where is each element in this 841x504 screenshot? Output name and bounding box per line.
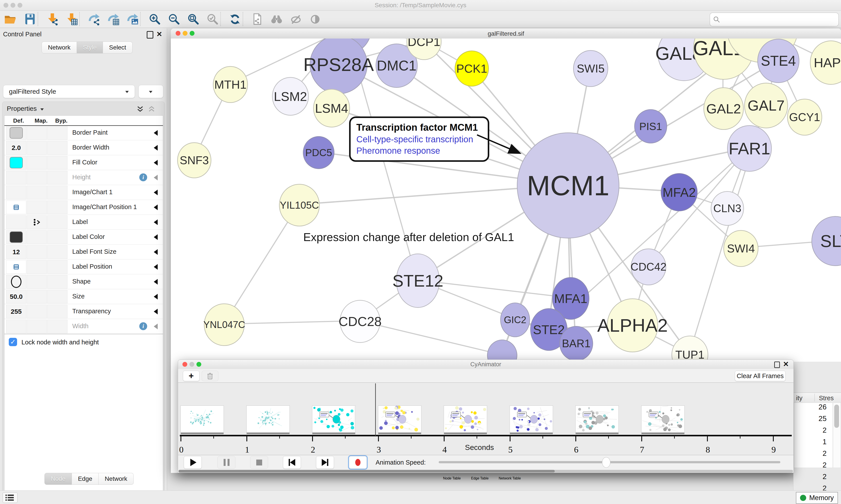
- import-table-icon[interactable]: [65, 13, 78, 26]
- property-row-width[interactable]: Widthi: [4, 319, 163, 334]
- expand-arrow-icon[interactable]: [154, 309, 158, 314]
- frame-thumbnail-5[interactable]: [509, 406, 553, 433]
- save-icon[interactable]: [23, 13, 37, 26]
- mapping-cell[interactable]: [27, 141, 47, 155]
- table-scrollbar[interactable]: [833, 403, 841, 468]
- network-node-swi5[interactable]: SWI5: [573, 50, 608, 87]
- expand-arrow-icon[interactable]: [154, 160, 158, 165]
- mapping-cell[interactable]: [27, 290, 47, 303]
- collapse-all-icon[interactable]: [147, 105, 156, 113]
- frame-thumbnail-4[interactable]: [444, 406, 487, 433]
- float-panel-icon[interactable]: [147, 31, 153, 38]
- table-tab-node-table[interactable]: Node Table: [443, 476, 471, 480]
- bypass-cell[interactable]: [47, 201, 68, 214]
- network-node-far1[interactable]: FAR1: [727, 125, 772, 172]
- expand-arrow-icon[interactable]: [154, 175, 158, 180]
- export-network-icon[interactable]: [87, 13, 101, 26]
- network-node-ste12[interactable]: STE12: [396, 254, 440, 308]
- network-node-ynl047c[interactable]: YNL047C: [204, 303, 245, 346]
- expand-arrow-icon[interactable]: [154, 279, 158, 285]
- panel-tab-network[interactable]: Network: [99, 473, 133, 485]
- default-value-cell[interactable]: 2.0: [6, 141, 26, 155]
- network-node-cdc42[interactable]: CDC42: [631, 249, 666, 285]
- default-value-cell[interactable]: [6, 126, 26, 140]
- bypass-cell[interactable]: [47, 230, 68, 244]
- table-row[interactable]: 26: [794, 403, 833, 414]
- property-row-label-position[interactable]: Label Position: [4, 259, 163, 274]
- property-row-fill-color[interactable]: Fill Color: [4, 155, 163, 170]
- close-panel-icon[interactable]: ✕: [783, 361, 789, 367]
- animation-speed-slider[interactable]: [439, 461, 780, 463]
- expand-arrow-icon[interactable]: [154, 204, 158, 210]
- network-node-yil105c[interactable]: YIL105C: [279, 184, 320, 227]
- bypass-cell[interactable]: [47, 245, 68, 259]
- default-value-cell[interactable]: [6, 171, 26, 184]
- annotation-box[interactable]: Transcription factor MCM1Cell-type-speci…: [349, 116, 489, 162]
- expand-arrow-icon[interactable]: [154, 234, 158, 240]
- default-value-cell[interactable]: [6, 156, 26, 169]
- info-icon[interactable]: i: [139, 174, 147, 181]
- network-node-snf3[interactable]: SNF3: [177, 142, 211, 178]
- network-node-pis1[interactable]: PIS1: [634, 109, 667, 143]
- frame-thumbnail-1[interactable]: [246, 406, 290, 433]
- network-window-titlebar[interactable]: galFiltered.sif: [171, 29, 841, 39]
- frame-thumbnail-3[interactable]: [378, 406, 422, 433]
- mapping-cell[interactable]: [27, 215, 47, 229]
- style-options-button[interactable]: [139, 85, 163, 98]
- network-node-cln3[interactable]: CLN3: [711, 191, 744, 226]
- bypass-cell[interactable]: [47, 320, 68, 333]
- slider-thumb[interactable]: [602, 457, 610, 468]
- info-icon[interactable]: i: [139, 322, 147, 330]
- table-tab-network-table[interactable]: Network Table: [499, 476, 536, 480]
- table-row[interactable]: 2: [794, 449, 833, 461]
- property-row-size[interactable]: 50.0Size: [4, 289, 163, 304]
- network-node-ste4[interactable]: STE4: [757, 39, 799, 83]
- tab-network[interactable]: Network: [42, 41, 77, 53]
- property-row-border-paint[interactable]: Border Paint: [4, 125, 163, 140]
- mapping-cell[interactable]: [27, 305, 47, 318]
- tab-style[interactable]: Style: [77, 41, 103, 53]
- property-row-label-font-size[interactable]: 12Label Font Size: [4, 244, 163, 259]
- network-node-gic2[interactable]: GIC2: [500, 303, 530, 337]
- zoom-out-icon[interactable]: [167, 13, 181, 26]
- table-tab-edge-table[interactable]: Edge Table: [471, 476, 499, 480]
- column-stress[interactable]: Stres: [819, 395, 834, 402]
- table-row[interactable]: 2: [794, 461, 833, 472]
- mapping-cell[interactable]: [27, 201, 47, 214]
- default-value-cell[interactable]: [6, 260, 26, 274]
- bypass-cell[interactable]: [47, 260, 68, 274]
- mapping-cell[interactable]: [27, 156, 47, 169]
- mapping-cell[interactable]: [27, 186, 47, 199]
- delete-frame-button[interactable]: [202, 371, 218, 381]
- show-panels-button[interactable]: [3, 492, 18, 503]
- style-selector[interactable]: galFiltered Style: [3, 85, 135, 98]
- expand-arrow-icon[interactable]: [154, 130, 158, 136]
- timeline[interactable]: Seconds 0123456789: [178, 382, 793, 455]
- property-row-transparency[interactable]: 255Transparency: [4, 304, 163, 319]
- bypass-cell[interactable]: [47, 215, 68, 229]
- tab-select[interactable]: Select: [103, 41, 132, 53]
- default-value-cell[interactable]: [6, 275, 26, 289]
- property-row-height[interactable]: Heighti: [4, 170, 163, 185]
- float-panel-icon[interactable]: [774, 361, 780, 367]
- properties-header[interactable]: Properties: [7, 105, 37, 112]
- default-value-cell[interactable]: 50.0: [6, 290, 26, 303]
- default-value-cell[interactable]: [6, 201, 26, 214]
- lock-size-row[interactable]: ✓Lock node width and height: [4, 334, 163, 350]
- network-node-bar1[interactable]: BAR1: [559, 326, 593, 361]
- table-row[interactable]: 1: [794, 438, 833, 449]
- skip-end-button[interactable]: [316, 456, 334, 469]
- table-row[interactable]: 2: [794, 472, 833, 484]
- frame-thumbnail-7[interactable]: [641, 406, 685, 433]
- playhead[interactable]: [375, 383, 376, 436]
- property-row-image-chart-position-1[interactable]: Image/Chart Position 1: [4, 200, 163, 215]
- memory-button[interactable]: Memory: [796, 492, 838, 504]
- export-table-icon[interactable]: [106, 13, 120, 26]
- expand-arrow-icon[interactable]: [154, 249, 158, 255]
- import-network-icon[interactable]: [46, 13, 59, 26]
- bypass-cell[interactable]: [47, 275, 68, 289]
- network-node-lsm2[interactable]: LSM2: [272, 77, 309, 115]
- expand-arrow-icon[interactable]: [154, 264, 158, 270]
- horizontal-scrollbar[interactable]: [179, 470, 793, 472]
- bypass-cell[interactable]: [47, 290, 68, 303]
